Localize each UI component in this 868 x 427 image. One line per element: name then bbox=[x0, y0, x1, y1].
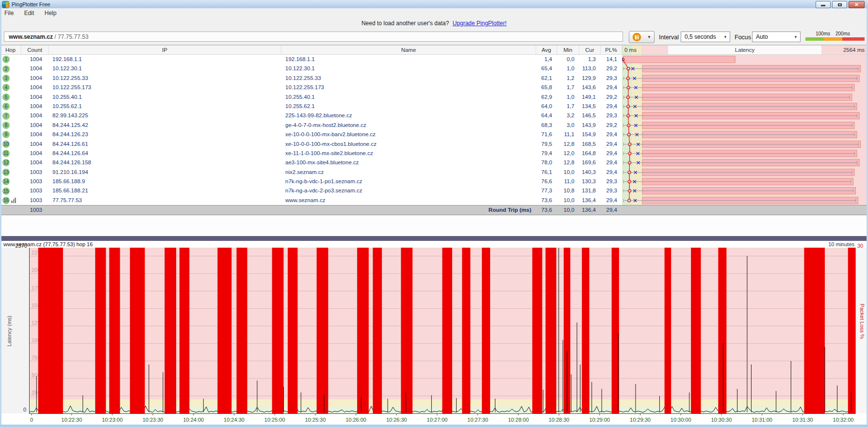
hop-row[interactable]: 11004192.168.1.1192.168.1.11,40,01,314,1 bbox=[0, 55, 868, 64]
round-trip-pl: 29,4 bbox=[601, 206, 622, 215]
hop-row[interactable]: 11100484.244.126.64xe-11-1-0-100-mx-site… bbox=[0, 149, 868, 158]
hop-latency-graph bbox=[622, 158, 868, 167]
window-border-bottom bbox=[0, 425, 868, 427]
header-pl[interactable]: PL% bbox=[601, 46, 622, 54]
hop-ip: 84.244.126.158 bbox=[49, 158, 281, 167]
focus-select[interactable]: Auto▼ bbox=[752, 32, 801, 42]
hop-ip: 77.75.77.53 bbox=[49, 196, 281, 205]
hop-latency-graph bbox=[622, 102, 868, 111]
hop-number-badge: 11 bbox=[2, 150, 10, 157]
hop-name: www.seznam.cz bbox=[281, 196, 536, 205]
interval-select[interactable]: 0,5 seconds▼ bbox=[681, 32, 730, 42]
hop-count: 1004 bbox=[21, 121, 49, 130]
hop-min: 10,8 bbox=[557, 186, 579, 195]
interval-label: Interval bbox=[659, 34, 679, 41]
minimize-icon bbox=[821, 5, 825, 6]
svg-text:10:31:00: 10:31:00 bbox=[752, 417, 772, 423]
hop-number-badge: 6 bbox=[2, 103, 10, 110]
pause-dropdown-arrow[interactable]: ▼ bbox=[644, 31, 655, 43]
pause-button[interactable] bbox=[629, 31, 645, 43]
hop-row[interactable]: 6100410.255.62.110.255.62.164,01,7134,52… bbox=[0, 102, 868, 111]
hop-row[interactable]: 7100482.99.143.225225-143-99-82.bluetone… bbox=[0, 111, 868, 120]
header-name[interactable]: Name bbox=[281, 46, 536, 54]
target-host-input[interactable]: www.seznam.cz / 77.75.77.53 bbox=[4, 32, 623, 42]
hop-number-badge: 12 bbox=[2, 159, 10, 166]
hop-cur: 164,8 bbox=[579, 149, 601, 158]
hop-number-badge: 10 bbox=[2, 141, 10, 148]
hop-count: 1004 bbox=[21, 74, 49, 83]
hop-avg: 65,8 bbox=[536, 83, 557, 92]
minimize-button[interactable] bbox=[816, 1, 831, 8]
svg-text:10:30:30: 10:30:30 bbox=[711, 417, 732, 423]
header-count[interactable]: Count bbox=[21, 46, 49, 54]
hop-pl: 29,4 bbox=[601, 83, 622, 92]
menu-help[interactable]: Help bbox=[40, 8, 61, 18]
maximize-button[interactable] bbox=[832, 1, 847, 8]
hop-row[interactable]: 12100484.244.126.158ae3-100-mx-site4.blu… bbox=[0, 158, 868, 167]
hop-row[interactable]: 8100484.244.125.42ge-4-0-7-0-mx-host2.bl… bbox=[0, 121, 868, 130]
svg-text:10:22:30: 10:22:30 bbox=[61, 417, 82, 423]
hop-min: 10,0 bbox=[557, 196, 579, 205]
time-graph-plot[interactable]: 2250 ms2000 ms1750 ms1500 ms1250 ms1000 … bbox=[29, 248, 855, 413]
hop-cur: 168,5 bbox=[579, 140, 601, 149]
panel-splitter[interactable] bbox=[0, 236, 868, 241]
header-cur[interactable]: Cur bbox=[579, 46, 601, 54]
hop-count: 1004 bbox=[21, 140, 49, 149]
latency-header-title: Latency bbox=[735, 47, 754, 53]
svg-text:10:26:00: 10:26:00 bbox=[345, 417, 366, 423]
round-trip-label: Round Trip (ms) bbox=[281, 206, 536, 215]
hop-name: xe-11-1-0-100-mx-site2.bluetone.cz bbox=[281, 149, 536, 158]
close-button[interactable]: ✕ bbox=[849, 1, 865, 8]
hop-count: 1004 bbox=[21, 149, 49, 158]
header-avg[interactable]: Avg bbox=[536, 46, 557, 54]
hop-number-badge: 13 bbox=[2, 169, 10, 176]
hop-pl: 29,4 bbox=[601, 130, 622, 139]
hop-name: 10.122.255.173 bbox=[281, 83, 536, 92]
hop-name: xe-10-0-0-100-mx-cbos1.bluetone.cz bbox=[281, 140, 536, 149]
hop-row[interactable]: 10100484.244.126.61xe-10-0-0-100-mx-cbos… bbox=[0, 140, 868, 149]
hop-row[interactable]: 141003185.66.188.9n7k-ng-b-vdc-1-po1.sez… bbox=[0, 177, 868, 186]
graph-time-span: 10 minutes bbox=[828, 241, 854, 247]
header-min[interactable]: Min bbox=[557, 46, 579, 54]
hop-name: n7k-ng-a-vdc-2-po3.seznam.cz bbox=[281, 186, 536, 195]
hop-ip: 192.168.1.1 bbox=[49, 55, 281, 64]
hop-avg: 76,6 bbox=[536, 177, 557, 186]
hop-cur: 131,8 bbox=[579, 186, 601, 195]
hop-row[interactable]: 16100377.75.77.53www.seznam.cz73,610,013… bbox=[0, 196, 868, 205]
hop-pl: 29,3 bbox=[601, 74, 622, 83]
hop-row[interactable]: 3100410.122.255.3310.122.255.3362,11,212… bbox=[0, 74, 868, 83]
hop-name: 192.168.1.1 bbox=[281, 55, 536, 64]
header-latency[interactable]: 0 ms Latency 2564 ms bbox=[622, 46, 868, 54]
header-hop[interactable]: Hop bbox=[0, 46, 21, 54]
y-axis-max-label: 2370 bbox=[0, 243, 27, 249]
hop-pl: 29,4 bbox=[601, 140, 622, 149]
header-ip[interactable]: IP bbox=[49, 46, 281, 54]
round-trip-cur: 136,4 bbox=[579, 206, 601, 215]
hop-latency-graph bbox=[622, 130, 868, 139]
hop-row[interactable]: 2100410.122.30.110.122.30.165,41,0113,02… bbox=[0, 64, 868, 73]
svg-text:10:25:00: 10:25:00 bbox=[264, 417, 285, 423]
menu-file[interactable]: File bbox=[0, 8, 18, 18]
round-trip-min: 10,0 bbox=[557, 206, 579, 215]
svg-text:10:28:00: 10:28:00 bbox=[508, 417, 529, 423]
pingplotter-window: PingPlotter Free ✕ File Edit Help Need t… bbox=[0, 0, 868, 427]
hop-row[interactable]: 13100391.210.16.194nix2.seznam.cz76,110,… bbox=[0, 168, 868, 177]
hop-row[interactable]: 5100410.255.40.110.255.40.162,91,0149,12… bbox=[0, 93, 868, 102]
hop-name: 10.122.255.33 bbox=[281, 74, 536, 83]
hop-number-badge: 15 bbox=[2, 188, 10, 195]
hop-count: 1004 bbox=[21, 55, 49, 64]
svg-text:10:24:00: 10:24:00 bbox=[183, 417, 204, 423]
hop-avg: 76,1 bbox=[536, 168, 557, 177]
upgrade-link[interactable]: Upgrade PingPlotter! bbox=[453, 20, 507, 27]
latency-scale-min: 0 ms bbox=[624, 47, 637, 53]
hop-row[interactable]: 4100410.122.255.17310.122.255.17365,81,7… bbox=[0, 83, 868, 92]
hop-ip: 10.122.255.33 bbox=[49, 74, 281, 83]
hop-row[interactable]: 151003185.66.188.21n7k-ng-a-vdc-2-po3.se… bbox=[0, 186, 868, 195]
hop-cur: 143,9 bbox=[579, 121, 601, 130]
hop-row[interactable]: 9100484.244.126.23xe-10-0-0-100-mx-barv2… bbox=[0, 130, 868, 139]
window-border-left bbox=[0, 8, 1, 427]
menu-edit[interactable]: Edit bbox=[20, 8, 39, 18]
app-icon bbox=[2, 1, 9, 8]
hop-number-cell: 15 bbox=[0, 186, 21, 195]
hop-name: 10.122.30.1 bbox=[281, 64, 536, 73]
